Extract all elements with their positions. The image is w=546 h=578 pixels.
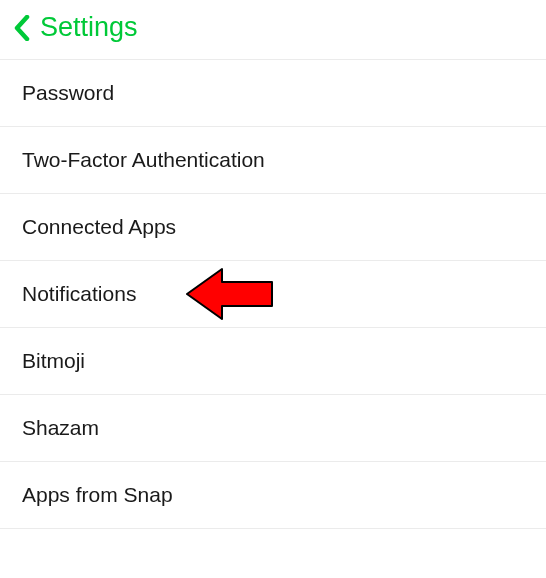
settings-item-label: Apps from Snap	[22, 483, 173, 506]
settings-item-shazam[interactable]: Shazam	[0, 395, 546, 462]
back-icon[interactable]	[14, 15, 30, 41]
page-title: Settings	[40, 12, 138, 43]
settings-item-label: Shazam	[22, 416, 99, 439]
settings-list: Password Two-Factor Authentication Conne…	[0, 59, 546, 529]
settings-item-connected-apps[interactable]: Connected Apps	[0, 194, 546, 261]
settings-item-label: Connected Apps	[22, 215, 176, 238]
settings-item-bitmoji[interactable]: Bitmoji	[0, 328, 546, 395]
settings-item-password[interactable]: Password	[0, 59, 546, 127]
settings-item-apps-from-snap[interactable]: Apps from Snap	[0, 462, 546, 529]
settings-item-label: Bitmoji	[22, 349, 85, 372]
settings-item-label: Password	[22, 81, 114, 104]
settings-header: Settings	[0, 0, 546, 59]
settings-item-label: Two-Factor Authentication	[22, 148, 265, 171]
settings-item-two-factor[interactable]: Two-Factor Authentication	[0, 127, 546, 194]
settings-item-notifications[interactable]: Notifications	[0, 261, 546, 328]
highlight-arrow-icon	[182, 264, 282, 324]
settings-item-label: Notifications	[22, 282, 136, 305]
